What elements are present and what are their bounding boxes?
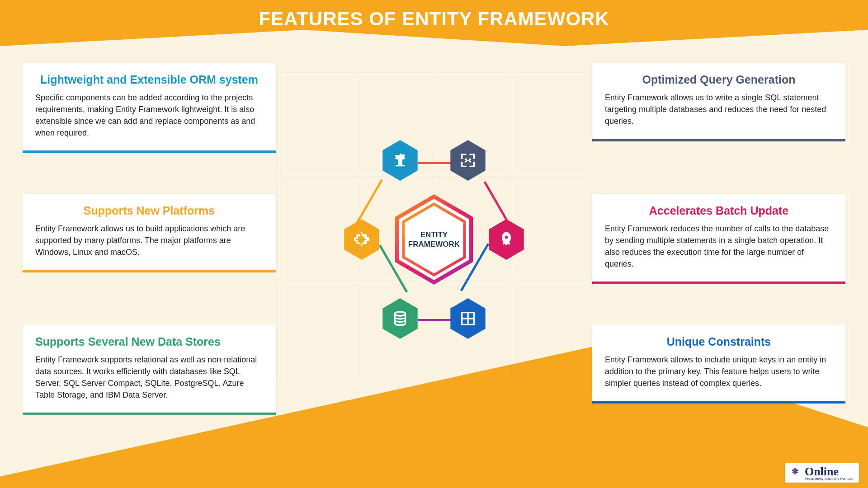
feature-title: Accelerates Batch Update — [605, 204, 833, 217]
feature-card-query: Optimized Query Generation Entity Framew… — [592, 63, 845, 139]
brand-logo: Online Productivity Solutions Pvt. Ltd. — [785, 463, 859, 483]
node-orm — [380, 140, 420, 181]
node-query — [448, 140, 488, 181]
node-batch — [486, 219, 527, 260]
feature-card-constraints: Unique Constraints Entity Framework allo… — [592, 325, 845, 401]
center-label: ENTITY FRAMEWORK — [400, 230, 468, 249]
feature-title: Supports Several New Data Stores — [35, 335, 263, 348]
feature-body: Entity Framework supports relational as … — [35, 354, 263, 401]
feature-body: Specific components can be added accordi… — [35, 92, 263, 139]
scales-icon — [391, 151, 409, 169]
feature-body: Entity Framework allows us to build appl… — [35, 223, 263, 258]
feature-body: Entity Framework allows to include uniqu… — [605, 354, 833, 389]
feature-title: Unique Constraints — [605, 335, 833, 348]
feature-body: Entity Framework allows us to write a si… — [605, 92, 833, 127]
connector — [354, 179, 383, 227]
node-platforms — [341, 219, 382, 260]
connector — [418, 319, 452, 321]
feature-card-orm: Lightweight and Extensible ORM system Sp… — [23, 63, 276, 150]
feature-card-platforms: Supports New Platforms Entity Framework … — [23, 194, 276, 270]
feature-body: Entity Framework reduces the number of c… — [605, 223, 833, 270]
brand-name: Online — [805, 466, 854, 478]
connector — [418, 162, 452, 164]
center-hexagon: ENTITY FRAMEWORK — [389, 194, 479, 285]
rocket-icon — [497, 230, 515, 249]
grid-icon — [459, 310, 477, 328]
expand-icon — [459, 151, 477, 169]
feature-title: Optimized Query Generation — [605, 73, 833, 86]
feature-card-data-stores: Supports Several New Data Stores Entity … — [23, 325, 276, 413]
brand-subtitle: Productivity Solutions Pvt. Ltd. — [805, 477, 854, 481]
feature-card-batch: Accelerates Batch Update Entity Framewor… — [592, 194, 845, 282]
node-data-stores — [380, 298, 420, 339]
node-constraints — [448, 298, 488, 339]
flower-icon — [789, 467, 802, 480]
sitemap-icon — [353, 230, 371, 249]
feature-title: Lightweight and Extensible ORM system — [35, 73, 263, 86]
feature-title: Supports New Platforms — [35, 204, 263, 217]
page-title: FEATURES OF ENTITY FRAMEWORK — [0, 8, 868, 30]
database-icon — [391, 310, 409, 328]
center-hex-diagram: ENTITY FRAMEWORK — [321, 127, 547, 352]
